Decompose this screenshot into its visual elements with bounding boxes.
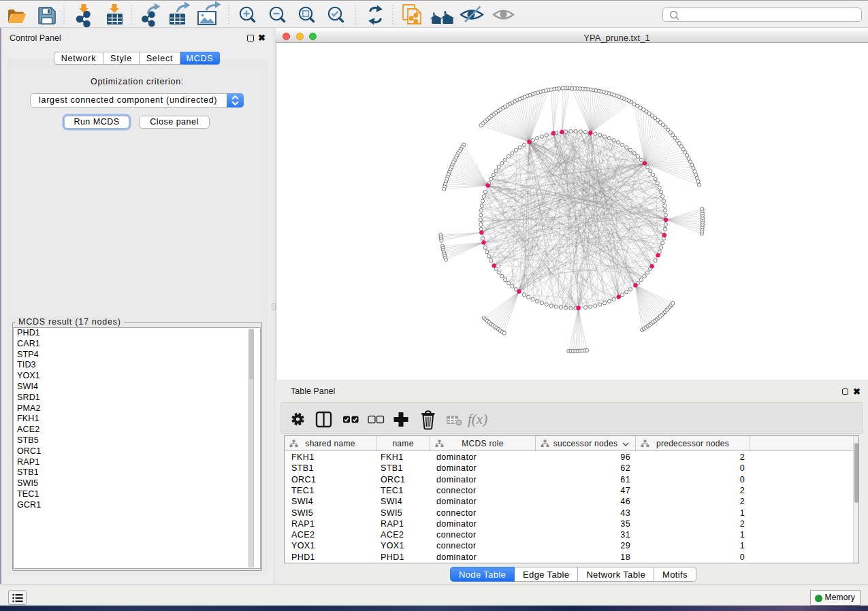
svg-text:f(x): f(x) [468, 411, 487, 427]
